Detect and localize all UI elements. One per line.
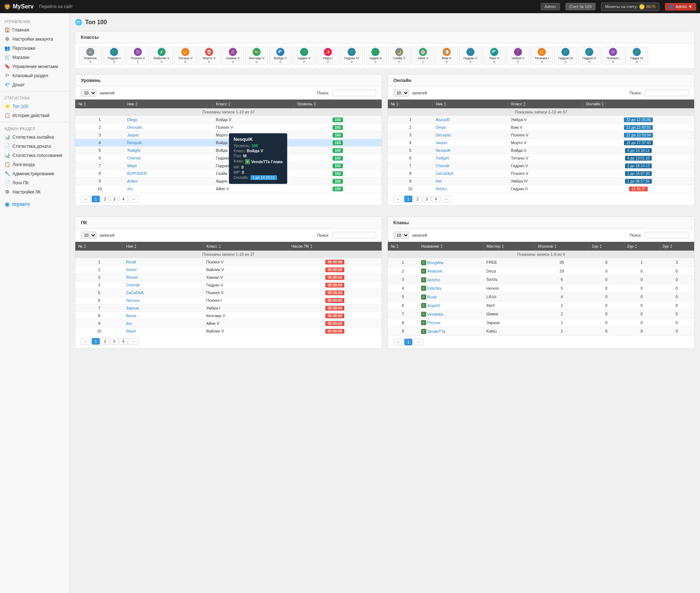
account-number-button[interactable]: Счет № 529 bbox=[565, 3, 596, 10]
online-cell-nick[interactable]: Diego bbox=[433, 124, 508, 131]
online-cell-nick[interactable]: Nel bbox=[433, 177, 508, 185]
pk-cell-nick[interactable]: dsc bbox=[123, 320, 204, 327]
online-cell-nick[interactable]: Ashiro bbox=[433, 185, 508, 193]
sort-arrows[interactable]: ▲▼ bbox=[440, 244, 443, 249]
clans-cell-name[interactable]: C AngelS bbox=[418, 301, 484, 310]
pk-cell-nick[interactable]: Alone bbox=[123, 312, 204, 320]
online-cell-nick[interactable]: Twilight bbox=[433, 154, 508, 162]
sidebar-item-pk-logs[interactable]: 📄 Логи ПК bbox=[0, 178, 69, 187]
clans-cell-name[interactable]: C BringWar bbox=[418, 258, 484, 267]
online-cell-nick[interactable]: Jasper bbox=[433, 139, 508, 147]
level-page-4[interactable]: 4 bbox=[119, 196, 127, 202]
level-page-1[interactable]: 1 bbox=[92, 196, 100, 202]
online-page-4[interactable]: 4 bbox=[432, 196, 440, 202]
pk-page-3[interactable]: 3 bbox=[110, 338, 118, 345]
sidebar-item-chars[interactable]: 👥 Персонажи bbox=[0, 44, 69, 53]
sidebar-item-stats-vote[interactable]: 📊 Статистика голосования bbox=[0, 151, 69, 160]
online-page-2[interactable]: 2 bbox=[413, 196, 421, 202]
clans-page-1[interactable]: 1 bbox=[404, 339, 412, 345]
sort-arrows[interactable]: ▲▼ bbox=[599, 244, 602, 249]
online-search-input[interactable] bbox=[645, 90, 689, 96]
level-cell-nick[interactable]: Diego bbox=[124, 116, 213, 124]
pk-cell-nick[interactable]: Зараза bbox=[123, 304, 204, 312]
sidebar-item-lk-settings[interactable]: ⚙ Настройки ЛК bbox=[0, 187, 69, 196]
sort-arrows[interactable]: ▲▼ bbox=[502, 244, 504, 249]
clans-search-input[interactable] bbox=[645, 232, 689, 239]
level-records-select[interactable]: 102550 bbox=[81, 89, 97, 97]
sort-arrows[interactable]: ▲▼ bbox=[670, 244, 673, 249]
sort-arrows[interactable]: ▲▼ bbox=[601, 101, 604, 106]
pk-cell-nick[interactable]: Латынь bbox=[123, 297, 204, 304]
sort-arrows[interactable]: ▲▼ bbox=[635, 244, 637, 249]
account-button[interactable]: Admin bbox=[541, 3, 560, 10]
clans-cell-name[interactable]: C Vendetta bbox=[418, 310, 484, 319]
clans-cell-name[interactable]: C Akatsuki bbox=[418, 267, 484, 275]
sidebar-item-donat[interactable]: 💎 Донат bbox=[0, 80, 69, 89]
sidebar-item-home[interactable]: 🏠 Главная bbox=[0, 25, 69, 34]
pk-page-2[interactable]: 2 bbox=[101, 338, 109, 345]
pk-cell-nick[interactable]: Sertol bbox=[123, 266, 204, 274]
level-cell-nick[interactable]: Wayli bbox=[124, 162, 213, 170]
online-records-select[interactable]: 102550 bbox=[393, 89, 409, 97]
pk-cell-nick[interactable]: Wayli bbox=[123, 327, 204, 335]
sidebar-item-history[interactable]: 📋 История действий bbox=[0, 111, 69, 120]
sort-arrows[interactable]: ▲▼ bbox=[396, 101, 399, 106]
sort-arrows[interactable]: ▲▼ bbox=[523, 101, 526, 106]
pk-page-1[interactable]: 1 bbox=[92, 338, 100, 345]
online-cell-nick[interactable]: Chendir bbox=[433, 162, 508, 170]
admin-button[interactable]: 👤 Admin ▼ bbox=[665, 3, 696, 11]
pk-cell-nick[interactable]: Resort bbox=[123, 274, 204, 281]
clans-cell-name[interactable]: C EliteSky bbox=[418, 284, 484, 293]
coins-button[interactable]: Монеты на счету: 🪙 8570 bbox=[601, 3, 659, 11]
level-page-next[interactable]: → bbox=[129, 196, 139, 202]
sort-arrows[interactable]: ▲▼ bbox=[396, 244, 399, 249]
pk-page-4[interactable]: 4 bbox=[119, 338, 127, 345]
sort-arrows[interactable]: ▲▼ bbox=[554, 244, 557, 249]
level-cell-nick[interactable]: Deceptic bbox=[124, 124, 213, 131]
sidebar-item-clan[interactable]: 🏳 Клановый раздел bbox=[0, 71, 69, 80]
sidebar-item-stats-donat[interactable]: 📄 Статистика доната bbox=[0, 142, 69, 151]
sort-arrows[interactable]: ▲▼ bbox=[310, 244, 313, 249]
sort-arrows-num[interactable]: ▲▼ bbox=[84, 101, 86, 106]
pk-cell-nick[interactable]: ZaGaDkA bbox=[123, 289, 204, 297]
online-page-3[interactable]: 3 bbox=[423, 196, 431, 202]
level-cell-nick[interactable]: NesquiK bbox=[124, 139, 213, 147]
sidebar-item-settings[interactable]: ⚙ Настройки аккаунта bbox=[0, 34, 69, 44]
level-page-3[interactable]: 3 bbox=[110, 196, 118, 202]
online-page-next[interactable]: → bbox=[441, 196, 451, 202]
level-cell-nick[interactable]: Chendir bbox=[124, 154, 213, 162]
sort-arrows[interactable]: ▲▼ bbox=[134, 244, 137, 249]
level-cell-nick[interactable]: Arden bbox=[124, 177, 213, 185]
clans-cell-name[interactable]: C Rude bbox=[418, 293, 484, 301]
sort-arrows-class[interactable]: ▲▼ bbox=[228, 101, 231, 106]
sidebar-item-logs[interactable]: 📋 Логи входа bbox=[0, 160, 69, 169]
clans-records-select[interactable]: 102550 bbox=[393, 232, 409, 239]
sort-arrows-level[interactable]: ▲▼ bbox=[314, 101, 316, 106]
sort-arrows[interactable]: ▲▼ bbox=[84, 244, 86, 249]
level-page-2[interactable]: 2 bbox=[101, 196, 109, 202]
sidebar-item-coins[interactable]: 🔖 Управление монетами bbox=[0, 62, 69, 71]
pk-cell-nick[interactable]: Restil bbox=[123, 258, 204, 266]
clans-page-prev[interactable]: ← bbox=[393, 339, 403, 345]
online-cell-nick[interactable]: ZaGaDkA bbox=[433, 170, 508, 177]
pk-page-prev[interactable]: ← bbox=[81, 338, 91, 345]
online-page-1[interactable]: 1 bbox=[404, 196, 412, 202]
sidebar-item-shop[interactable]: 🛒 Магазин bbox=[0, 53, 69, 62]
pk-cell-nick[interactable]: Chendir bbox=[123, 281, 204, 289]
sidebar-item-top100[interactable]: ⭐ Топ 100 bbox=[0, 102, 69, 111]
nav-link[interactable]: Перейти на сайт bbox=[39, 4, 73, 9]
clans-cell-name[interactable]: C VendeTTa bbox=[418, 327, 484, 336]
level-cell-nick[interactable]: Twilight bbox=[124, 147, 213, 154]
sort-arrows[interactable]: ▲▼ bbox=[219, 244, 221, 249]
online-cell-nick[interactable]: AlucarD bbox=[433, 116, 508, 124]
pk-page-next[interactable]: → bbox=[129, 338, 139, 345]
sort-arrows[interactable]: ▲▼ bbox=[444, 101, 446, 106]
clans-cell-name[interactable]: C Jericho bbox=[418, 275, 484, 284]
pk-records-select[interactable]: 102550 bbox=[81, 232, 97, 239]
sidebar-item-stats-online[interactable]: 📊 Статистика онлайна bbox=[0, 132, 69, 142]
pk-search-input[interactable] bbox=[332, 232, 376, 239]
sidebar-item-admin[interactable]: 🔧 Администрирование bbox=[0, 169, 69, 178]
level-page-prev[interactable]: ← bbox=[81, 196, 91, 202]
online-page-prev[interactable]: ← bbox=[393, 196, 403, 202]
clans-cell-name[interactable]: C Россия bbox=[418, 318, 484, 327]
